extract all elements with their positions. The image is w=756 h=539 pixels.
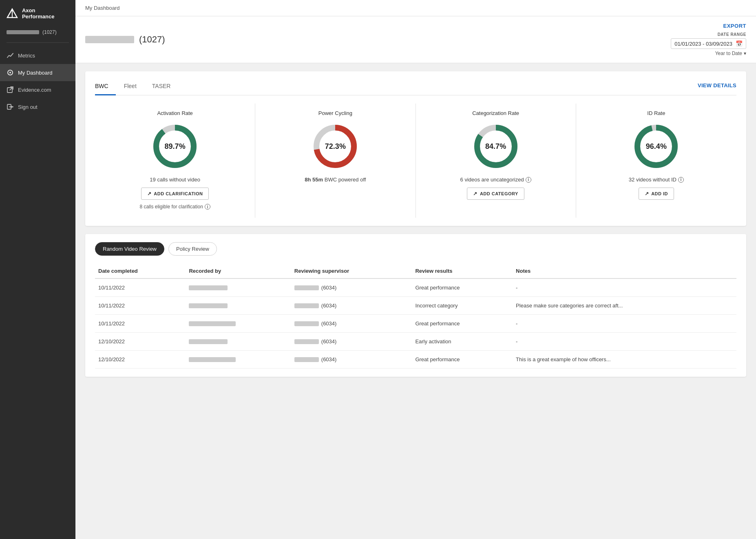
col-review-results: Review results — [412, 264, 513, 278]
calendar-icon: 📅 — [736, 40, 743, 47]
cell-result-0: Great performance — [412, 278, 513, 297]
add-id-label: ADD ID — [651, 191, 668, 196]
cell-supervisor-4: (6034) — [291, 351, 412, 369]
activation-rate-title: Activation Rate — [157, 110, 192, 116]
sidebar-item-my-dashboard[interactable]: My Dashboard — [0, 64, 75, 81]
metrics-row: Activation Rate 89.7% 19 calls without v… — [95, 104, 736, 218]
year-to-date-selector[interactable]: Year to Date ▾ — [715, 51, 746, 56]
svg-point-3 — [9, 72, 11, 73]
cell-date-3: 12/10/2022 — [95, 333, 186, 351]
view-details-button[interactable]: VIEW DETAILS — [698, 82, 736, 93]
cell-supervisor-3: (6034) — [291, 333, 412, 351]
power-cycling-title: Power Cycling — [318, 110, 352, 116]
tab-random-video-review[interactable]: Random Video Review — [95, 242, 164, 256]
tab-bwc[interactable]: BWC — [95, 80, 116, 95]
external-link-small-icon-2: ↗ — [473, 191, 477, 197]
categorization-rate-title: Categorization Rate — [472, 110, 519, 116]
dashboard-body: BWC Fleet TASER VIEW DETAILS Activation … — [75, 63, 756, 385]
date-range-input[interactable]: 01/01/2023 - 03/09/2023 📅 — [671, 38, 746, 49]
metric-power-cycling: Power Cycling 72.3% 8h 55m BWC powered o… — [255, 104, 416, 218]
topbar: My Dashboard — [75, 0, 756, 16]
export-button[interactable]: EXPORT — [723, 23, 746, 29]
breadcrumb: My Dashboard — [85, 5, 120, 11]
metric-categorization-rate: Categorization Rate 84.7% 6 videos are u… — [416, 104, 576, 218]
cell-result-3: Early activation — [412, 333, 513, 351]
add-clarification-button[interactable]: ↗ ADD CLARIFICATION — [141, 188, 209, 200]
sidebar-item-metrics[interactable]: Metrics — [0, 47, 75, 64]
cell-supervisor-2: (6034) — [291, 315, 412, 333]
add-clarification-label: ADD CLARIFICATION — [154, 191, 203, 196]
categorization-rate-subtitle: 6 videos are uncategorized i — [460, 177, 531, 183]
cell-result-4: Great performance — [412, 351, 513, 369]
id-rate-info-icon[interactable]: i — [678, 177, 684, 183]
external-link-icon — [7, 86, 14, 93]
power-cycling-donut: 72.3% — [311, 122, 360, 171]
table-row: 10/11/2022 (6034) Incorrect category Ple… — [95, 297, 736, 315]
review-tabs-row: Random Video Review Policy Review — [95, 242, 736, 256]
cell-recorded-1 — [186, 297, 291, 315]
header-left: (1027) — [85, 34, 165, 45]
metric-activation-rate: Activation Rate 89.7% 19 calls without v… — [95, 104, 255, 218]
review-table: Date completed Recorded by Reviewing sup… — [95, 264, 736, 369]
id-rate-subtitle: 32 videos without ID i — [629, 177, 684, 183]
power-cycling-subtitle: 8h 55m BWC powered off — [305, 177, 366, 183]
cell-notes-1: Please make sure categories are correct … — [513, 297, 736, 315]
cell-recorded-3 — [186, 333, 291, 351]
tab-fleet[interactable]: Fleet — [124, 80, 144, 95]
activation-rate-subtitle: 19 calls without video — [150, 177, 200, 183]
id-rate-donut: 96.4% — [632, 122, 681, 171]
cell-recorded-2 — [186, 315, 291, 333]
sidebar-item-sign-out[interactable]: Sign out — [0, 98, 75, 115]
sidebar-item-metrics-label: Metrics — [18, 53, 35, 59]
chevron-down-icon: ▾ — [744, 51, 746, 56]
table-row: 12/10/2022 (6034) Great performance This… — [95, 351, 736, 369]
power-cycling-value: 72.3% — [325, 142, 346, 151]
sidebar-user-id: (1027) — [42, 29, 57, 35]
cell-notes-3: - — [513, 333, 736, 351]
add-id-button[interactable]: ↗ ADD ID — [639, 188, 674, 200]
cell-recorded-4 — [186, 351, 291, 369]
table-row: 10/11/2022 (6034) Great performance - — [95, 278, 736, 297]
categorization-info-icon[interactable]: i — [526, 177, 531, 183]
tab-taser[interactable]: TASER — [152, 80, 178, 95]
review-card: Random Video Review Policy Review Date c… — [85, 234, 746, 377]
sign-out-icon — [7, 103, 14, 110]
metrics-icon — [7, 52, 14, 59]
header-right: EXPORT DATE RANGE 01/01/2023 - 03/09/202… — [671, 23, 746, 56]
sidebar-item-my-dashboard-label: My Dashboard — [18, 70, 53, 76]
sidebar-logo: Axon Performance — [0, 0, 75, 27]
bwc-tabs-row: BWC Fleet TASER VIEW DETAILS — [95, 80, 736, 95]
bwc-card: BWC Fleet TASER VIEW DETAILS Activation … — [85, 71, 746, 226]
sidebar-logo-text: Axon Performance — [22, 7, 69, 20]
sidebar-divider — [7, 42, 69, 43]
bwc-tabs: BWC Fleet TASER — [95, 80, 186, 95]
dashboard-icon — [7, 69, 14, 76]
cell-date-2: 10/11/2022 — [95, 315, 186, 333]
sidebar-user-bar — [7, 30, 39, 34]
header-user-bar — [85, 36, 134, 43]
col-notes: Notes — [513, 264, 736, 278]
activation-rate-donut: 89.7% — [150, 122, 199, 171]
tab-policy-review[interactable]: Policy Review — [168, 242, 217, 256]
external-link-small-icon-3: ↗ — [645, 191, 649, 197]
categorization-rate-donut: 84.7% — [471, 122, 520, 171]
cell-notes-4: This is a great example of how officers.… — [513, 351, 736, 369]
date-range-label: DATE RANGE — [718, 32, 746, 37]
axon-logo-icon — [7, 8, 18, 19]
cell-date-0: 10/11/2022 — [95, 278, 186, 297]
sidebar-item-evidence-label: Evidence.com — [18, 87, 51, 93]
add-category-label: ADD CATEGORY — [480, 191, 518, 196]
cell-result-2: Great performance — [412, 315, 513, 333]
header-row: (1027) EXPORT DATE RANGE 01/01/2023 - 03… — [75, 16, 756, 63]
metric-id-rate: ID Rate 96.4% 32 videos without ID i — [576, 104, 736, 218]
activation-rate-value: 89.7% — [165, 142, 186, 151]
id-rate-value: 96.4% — [646, 142, 667, 151]
eligible-info-icon[interactable]: i — [205, 204, 210, 210]
id-rate-title: ID Rate — [647, 110, 665, 116]
sidebar-item-evidence[interactable]: Evidence.com — [0, 81, 75, 98]
col-reviewing-supervisor: Reviewing supervisor — [291, 264, 412, 278]
add-category-button[interactable]: ↗ ADD CATEGORY — [467, 188, 524, 200]
sidebar-item-sign-out-label: Sign out — [18, 104, 38, 110]
sidebar-user-row: (1027) — [0, 27, 75, 41]
col-recorded-by: Recorded by — [186, 264, 291, 278]
